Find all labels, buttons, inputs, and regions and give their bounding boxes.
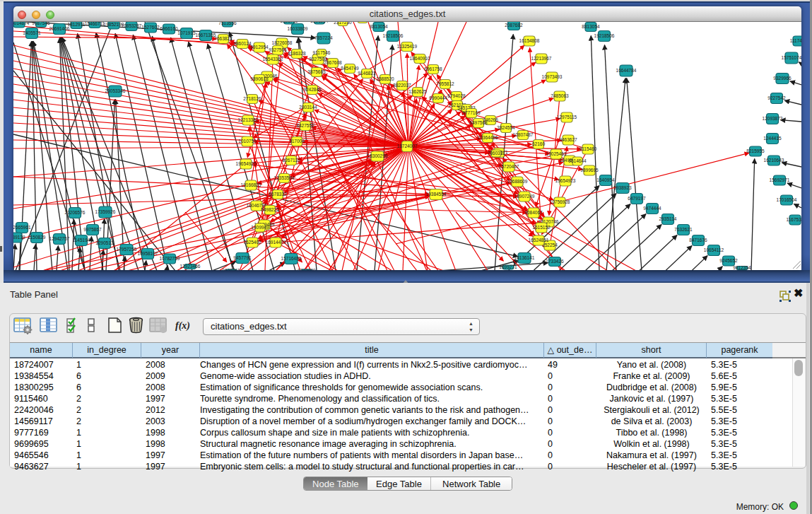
svg-text:17957255: 17957255 [117, 247, 137, 252]
svg-text:16914479: 16914479 [266, 240, 286, 245]
svg-text:15720407: 15720407 [499, 164, 519, 169]
svg-text:8813054: 8813054 [370, 24, 388, 29]
svg-text:16543362: 16543362 [263, 57, 283, 62]
svg-text:6990444: 6990444 [429, 95, 447, 100]
svg-text:20364486: 20364486 [478, 135, 498, 140]
svg-text:18907249: 18907249 [514, 194, 535, 199]
svg-text:62160: 62160 [532, 141, 545, 146]
svg-text:8813054: 8813054 [582, 24, 600, 29]
svg-text:2935114: 2935114 [659, 216, 677, 221]
svg-text:9457791: 9457791 [233, 255, 252, 260]
svg-text:1150829: 1150829 [28, 235, 46, 240]
svg-text:8065432: 8065432 [353, 22, 372, 23]
svg-text:2317230: 2317230 [334, 22, 352, 25]
svg-text:2867608: 2867608 [324, 60, 342, 65]
svg-text:9115460: 9115460 [579, 146, 597, 151]
svg-text:10853287: 10853287 [122, 23, 142, 28]
svg-text:8267110: 8267110 [283, 158, 300, 163]
svg-text:11325419: 11325419 [397, 44, 418, 49]
svg-text:10025463: 10025463 [546, 151, 567, 156]
svg-text:16210643: 16210643 [764, 158, 784, 163]
svg-text:6794028: 6794028 [447, 93, 466, 98]
svg-text:5938923: 5938923 [613, 185, 632, 190]
svg-text:8912954: 8912954 [250, 45, 269, 49]
svg-text:16644784: 16644784 [616, 68, 637, 73]
svg-text:2803144: 2803144 [299, 105, 317, 110]
svg-text:12975115: 12975115 [557, 115, 577, 119]
svg-text:1167534: 1167534 [787, 217, 801, 222]
svg-text:15716485: 15716485 [281, 256, 302, 261]
svg-text:19218506: 19218506 [594, 33, 615, 38]
svg-text:9777169: 9777169 [462, 110, 481, 115]
svg-text:19654925: 19654925 [236, 161, 257, 166]
svg-text:2718126: 2718126 [243, 96, 261, 101]
svg-text:19218506: 19218506 [383, 33, 404, 38]
svg-text:10654112: 10654112 [704, 247, 724, 252]
svg-text:20691406: 20691406 [49, 26, 70, 31]
svg-text:18226058: 18226058 [272, 40, 293, 45]
svg-text:1362625: 1362625 [408, 89, 427, 94]
svg-text:16782759: 16782759 [160, 256, 180, 261]
svg-text:15751074: 15751074 [782, 55, 801, 60]
svg-text:1405571: 1405571 [23, 30, 41, 35]
svg-text:9463627: 9463627 [559, 137, 577, 142]
svg-text:9087546: 9087546 [32, 22, 50, 25]
svg-text:9242845: 9242845 [303, 87, 322, 92]
svg-text:16524851: 16524851 [529, 238, 549, 243]
svg-text:16033809: 16033809 [288, 26, 308, 31]
svg-text:18724007: 18724007 [397, 144, 418, 148]
svg-text:1812911: 1812911 [68, 22, 86, 27]
svg-text:18300295: 18300295 [367, 153, 388, 158]
svg-text:9899695: 9899695 [580, 168, 599, 173]
svg-text:20206576: 20206576 [65, 210, 86, 215]
svg-text:1615152: 1615152 [532, 225, 551, 230]
svg-text:10688609: 10688609 [507, 179, 528, 184]
svg-text:6961758: 6961758 [424, 66, 442, 71]
svg-text:7513556: 7513556 [218, 22, 237, 25]
svg-text:1527602: 1527602 [141, 25, 160, 30]
svg-text:8712999: 8712999 [298, 268, 316, 270]
svg-text:9975867: 9975867 [83, 227, 102, 232]
svg-text:15466711: 15466711 [85, 22, 105, 26]
svg-text:8678332: 8678332 [269, 192, 287, 197]
svg-text:17359926: 17359926 [95, 209, 116, 214]
svg-text:1699271: 1699271 [499, 264, 517, 269]
svg-text:12353594: 12353594 [274, 175, 295, 180]
svg-text:7485063: 7485063 [551, 93, 569, 98]
svg-text:9245652: 9245652 [719, 258, 738, 263]
svg-text:6479197: 6479197 [628, 196, 646, 201]
svg-text:1117422: 1117422 [790, 38, 801, 43]
svg-text:5498222: 5498222 [261, 207, 279, 212]
svg-text:19384554: 19384554 [426, 192, 447, 197]
svg-text:2291164: 2291164 [311, 22, 329, 23]
svg-text:8186328: 8186328 [288, 51, 306, 56]
svg-text:16014874: 16014874 [13, 22, 30, 25]
svg-text:9474444: 9474444 [643, 206, 661, 211]
svg-text:9227542: 9227542 [767, 95, 786, 100]
svg-text:10756928: 10756928 [550, 199, 570, 204]
svg-text:18640910: 18640910 [410, 56, 430, 61]
svg-text:14136141: 14136141 [514, 255, 535, 260]
svg-text:19166825: 19166825 [241, 182, 261, 187]
svg-text:10973493: 10973493 [542, 74, 563, 79]
svg-text:8822037: 8822037 [393, 83, 411, 88]
svg-text:917004: 917004 [289, 139, 305, 144]
svg-text:12213382: 12213382 [238, 117, 259, 122]
svg-text:1640954: 1640954 [596, 177, 615, 182]
svg-text:f(x): f(x) [175, 320, 190, 332]
svg-text:8454749: 8454749 [341, 66, 359, 71]
svg-text:9329966: 9329966 [773, 76, 792, 81]
svg-text:7860311: 7860311 [488, 151, 505, 156]
svg-text:9327506: 9327506 [269, 47, 287, 52]
svg-text:15692971: 15692971 [770, 177, 790, 182]
svg-text:1409949: 1409949 [251, 225, 269, 230]
svg-text:7632621: 7632621 [674, 227, 693, 232]
svg-text:9860124: 9860124 [233, 41, 252, 46]
svg-text:1733426: 1733426 [546, 259, 564, 264]
svg-text:3875685: 3875685 [307, 69, 326, 74]
svg-text:8128711: 8128711 [281, 22, 298, 23]
svg-text:10807487: 10807487 [513, 132, 534, 137]
svg-text:8215955: 8215955 [746, 148, 765, 153]
svg-text:3824554: 3824554 [497, 125, 515, 130]
svg-text:1588520: 1588520 [376, 76, 394, 81]
